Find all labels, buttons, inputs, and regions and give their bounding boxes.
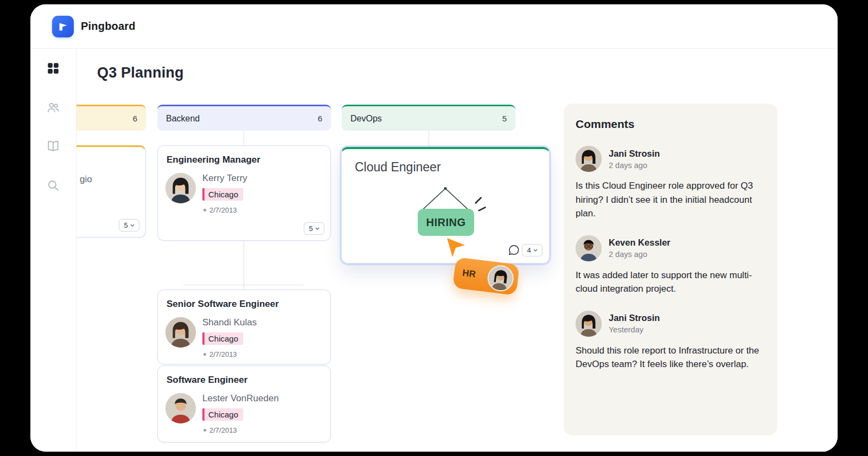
comment-bubble-icon[interactable] <box>508 244 520 256</box>
comments-count-dropdown[interactable]: 4 <box>522 244 542 256</box>
top-bar: Pingboard <box>30 4 838 49</box>
group-header-backend[interactable]: Backend 6 <box>157 105 331 131</box>
group-count: 6 <box>133 114 137 123</box>
location-tag: Chicago <box>202 332 243 345</box>
role-card-cloud-engineer[interactable]: Cloud Engineer HIRING 4 <box>341 147 550 264</box>
page-title: Q3 Planning <box>97 65 184 81</box>
chevron-down-icon <box>130 224 135 227</box>
comments-panel: Comments Jani Strosin 2 days ago <box>564 104 777 435</box>
hr-avatar <box>486 264 515 293</box>
dashboard-grid-icon[interactable] <box>46 61 60 75</box>
connector-line <box>244 241 244 285</box>
location-tag: Chicago <box>202 408 243 421</box>
avatar <box>165 173 196 203</box>
hr-label: HR <box>462 268 476 280</box>
location-tag: Chicago <box>202 188 243 201</box>
role-title: Cloud Engineer <box>355 160 441 175</box>
comment-body: Should this role report to Infrastructur… <box>576 344 765 371</box>
person-name: Shandi Kulas <box>202 317 257 328</box>
date-dot-icon <box>203 429 206 432</box>
app-window: Pingboard <box>30 4 838 452</box>
role-card-engineering-manager[interactable]: Engineering Manager Kerry Terry Chicago … <box>157 145 331 241</box>
role-title: Software Engineer <box>167 375 247 386</box>
role-card-senior-software-engineer[interactable]: Senior Software Engineer Shandi Kulas Ch… <box>157 290 331 364</box>
reports-count-dropdown[interactable]: 5 <box>119 219 139 232</box>
avatar <box>576 311 602 337</box>
hiring-badge: HIRING <box>418 209 474 236</box>
person-name: Kerry Terry <box>202 173 247 184</box>
comment-author: Jani Strosin <box>609 149 660 159</box>
group-header-left[interactable]: 6 <box>76 105 146 131</box>
comment-item: Keven Kessler 2 days ago It was added la… <box>576 235 765 296</box>
connector-line <box>244 285 244 290</box>
comment-author: Keven Kessler <box>609 237 671 248</box>
role-title: Engineering Manager <box>167 155 260 165</box>
reports-count-dropdown[interactable]: 5 <box>304 222 324 235</box>
comments-title: Comments <box>576 118 765 131</box>
comment-time: 2 days ago <box>609 161 660 170</box>
date-dot-icon <box>203 353 206 356</box>
comment-time: Yesterday <box>609 325 660 334</box>
group-count: 6 <box>318 114 322 123</box>
connector-line <box>244 131 244 145</box>
start-date: 2/7/2013 <box>203 350 237 358</box>
group-header-devops[interactable]: DevOps 5 <box>342 105 515 131</box>
directory-book-icon[interactable] <box>46 139 60 153</box>
group-label: Backend <box>166 114 200 124</box>
date-dot-icon <box>203 209 206 211</box>
comment-time: 2 days ago <box>609 250 671 259</box>
role-card-partial[interactable]: gio 5 <box>76 145 146 237</box>
search-icon[interactable] <box>46 178 60 192</box>
person-name: gio <box>80 174 92 185</box>
role-title: Senior Software Engineer <box>167 299 279 310</box>
pingboard-logo-icon <box>52 16 74 37</box>
role-card-software-engineer[interactable]: Software Engineer Lester VonRueden Chica… <box>157 365 331 442</box>
app-name: Pingboard <box>81 20 136 33</box>
comment-body: It was added later to support the new mu… <box>576 268 765 296</box>
chevron-down-icon <box>533 249 538 252</box>
sidebar <box>30 49 76 452</box>
people-icon[interactable] <box>46 100 60 114</box>
comment-item: Jani Strosin 2 days ago Is this Cloud En… <box>576 146 765 221</box>
org-chart-canvas: Q3 Planning 6 Backend 6 DevOps 5 gio 5 <box>76 49 838 452</box>
avatar <box>165 393 196 423</box>
avatar <box>165 317 196 348</box>
start-date: 2/7/2013 <box>203 206 237 214</box>
comment-body: Is this Cloud Engineer role approved for… <box>576 179 765 221</box>
start-date: 2/7/2013 <box>203 426 237 434</box>
avatar <box>576 235 602 261</box>
person-name: Lester VonRueden <box>202 393 279 404</box>
connector-line <box>429 131 429 147</box>
comment-author: Jani Strosin <box>609 313 660 323</box>
group-label: DevOps <box>350 114 382 124</box>
group-count: 5 <box>502 114 507 123</box>
chevron-down-icon <box>315 227 320 230</box>
avatar <box>576 146 602 172</box>
comment-item: Jani Strosin Yesterday Should this role … <box>576 311 765 371</box>
